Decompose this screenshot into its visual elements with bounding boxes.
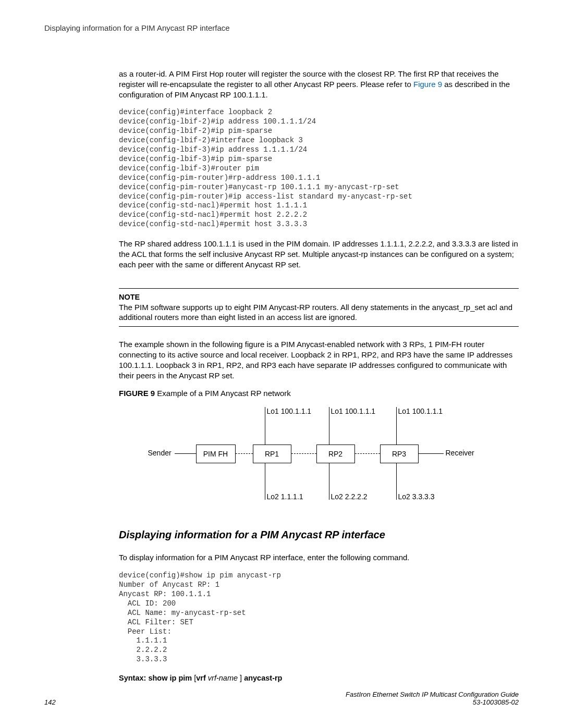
rp2-node: RP2 — [316, 445, 355, 463]
node-label: RP2 — [328, 450, 342, 458]
receiver-label: Receiver — [446, 449, 474, 457]
section-heading: Displaying information for a PIM Anycast… — [119, 529, 519, 541]
node-label: RP1 — [265, 450, 279, 458]
code-block: device(config)#show ip pim anycast-rp Nu… — [119, 571, 519, 664]
pimfh-node: PIM FH — [196, 445, 236, 463]
footer-right: FastIron Ethernet Switch IP Multicast Co… — [346, 690, 519, 706]
figure-number: FIGURE 9 — [119, 389, 155, 398]
page-footer: 142 FastIron Ethernet Switch IP Multicas… — [44, 690, 519, 706]
vline — [396, 407, 397, 445]
vline — [329, 407, 329, 445]
lo2-label: Lo2 1.1.1.1 — [267, 492, 303, 501]
hline-dashed — [236, 453, 253, 454]
hline-dashed — [291, 453, 316, 454]
vline — [396, 463, 397, 500]
hline — [419, 453, 444, 454]
paragraph: as a router-id. A PIM First Hop router w… — [119, 69, 519, 100]
hline — [175, 453, 196, 454]
note-body: The PIM software supports up to eight PI… — [119, 302, 519, 327]
page: Displaying information for a PIM Anycast… — [0, 0, 563, 728]
node-label: PIM FH — [203, 450, 228, 458]
lo1-label: Lo1 100.1.1.1 — [331, 407, 376, 415]
hline-dashed — [355, 453, 380, 454]
vline — [265, 463, 265, 500]
syntax-text: vrf — [196, 674, 208, 682]
rp1-node: RP1 — [253, 445, 291, 463]
vline — [329, 463, 329, 500]
code-block: device(config)#interface loopback 2 devi… — [119, 108, 519, 229]
node-label: RP3 — [392, 450, 406, 458]
vline — [265, 407, 265, 445]
note-block: NOTE The PIM software supports up to eig… — [119, 288, 519, 327]
figure-caption: FIGURE 9 Example of a PIM Anycast RP net… — [119, 389, 519, 398]
sender-label: Sender — [148, 449, 172, 457]
paragraph: The RP shared address 100.1.1.1 is used … — [119, 239, 519, 269]
content-column: as a router-id. A PIM First Hop router w… — [119, 69, 519, 682]
syntax-text: Syntax: show ip pim — [119, 674, 194, 682]
footer-doc-number: 53-1003085-02 — [346, 698, 519, 706]
lo2-label: Lo2 2.2.2.2 — [331, 492, 368, 501]
syntax-varname: vrf-name — [208, 674, 240, 682]
lo2-label: Lo2 3.3.3.3 — [398, 492, 435, 501]
paragraph: The example shown in the following figur… — [119, 339, 519, 380]
network-diagram: Lo1 100.1.1.1 Lo1 100.1.1.1 Lo1 100.1.1.… — [157, 407, 481, 511]
footer-guide-title: FastIron Ethernet Switch IP Multicast Co… — [346, 690, 519, 698]
lo1-label: Lo1 100.1.1.1 — [267, 407, 312, 415]
note-heading: NOTE — [119, 293, 519, 301]
syntax-line: Syntax: show ip pim [vrf vrf-name ] anyc… — [119, 674, 519, 682]
figure-link[interactable]: Figure 9 — [413, 80, 442, 89]
lo1-label: Lo1 100.1.1.1 — [398, 407, 443, 415]
paragraph: To display information for a PIM Anycast… — [119, 552, 519, 563]
figure-caption-text: Example of a PIM Anycast RP network — [157, 389, 291, 398]
syntax-text: anycast-rp — [242, 674, 282, 682]
rp3-node: RP3 — [380, 445, 419, 463]
page-header: Displaying information for a PIM Anycast… — [44, 23, 519, 32]
page-number: 142 — [44, 698, 56, 706]
